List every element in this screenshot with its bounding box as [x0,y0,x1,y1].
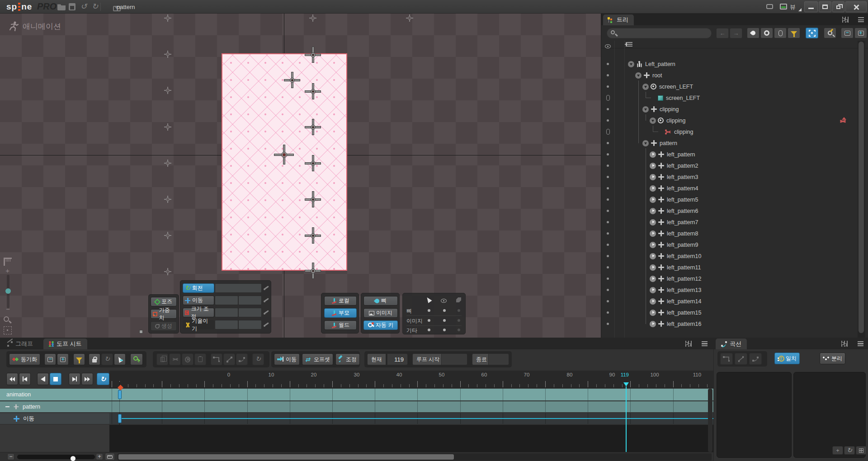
tree-attachments-button[interactable] [774,28,787,38]
bone-visible-dot[interactable] [443,309,446,312]
bezier-curve-button[interactable] [236,353,248,365]
refresh-button[interactable] [101,353,113,365]
tree-row[interactable]: left_pattern2 [601,160,857,171]
curves-settings-icon[interactable] [841,341,848,347]
playhead-line[interactable] [626,386,627,452]
tree-row[interactable]: left_pattern11 [601,262,857,273]
tree-row[interactable]: left_pattern6 [601,205,857,216]
pose-button[interactable]: 포즈 [151,297,177,306]
auto-key-button[interactable]: 자동 키 [363,320,398,330]
expand-arrow-icon[interactable] [650,298,656,305]
track-animation[interactable]: animation [0,389,713,400]
delete-keys-button[interactable] [182,353,193,365]
view-menu[interactable]: 뷰 [790,3,796,11]
tree-row[interactable]: screen_LEFT [601,81,857,92]
tree-settings-icon[interactable] [842,17,849,23]
filter-tracks-button[interactable] [73,353,85,365]
tree-row[interactable]: left_pattern8 [601,228,857,239]
select-keys-button[interactable] [114,353,126,365]
curves-linear-button[interactable] [735,353,747,365]
paste-keys-button[interactable] [194,353,206,365]
tree-row[interactable]: clipping [601,115,857,126]
tree-row-gutter[interactable] [601,63,614,65]
tree-row-gutter[interactable] [601,311,614,314]
expand-arrow-icon[interactable] [650,287,656,293]
tree-expand-button[interactable] [854,28,867,38]
expand-arrow-icon[interactable] [650,242,656,248]
open-project-icon[interactable] [57,3,66,10]
tree-row-gutter[interactable] [601,210,614,212]
other-label-dot[interactable] [458,329,460,331]
expand-arrow-icon[interactable] [650,219,656,226]
tree-focus-selected-button[interactable] [806,28,818,38]
redo-icon[interactable] [92,3,100,10]
tree-row-gutter[interactable] [601,153,614,155]
scale-y-field[interactable] [238,308,262,317]
editor-viewport[interactable]: 애니메이션 [0,14,601,338]
scale-bone-link-icon[interactable] [264,310,269,315]
frame-ruler-toggle[interactable] [105,453,115,461]
bone-marker[interactable] [164,87,171,94]
magnifier-icon[interactable] [4,316,9,322]
tree-row[interactable]: left_pattern15 [601,307,857,318]
save-project-icon[interactable] [69,3,75,10]
translate-x-field[interactable] [215,296,238,305]
expand-arrow-icon[interactable] [650,310,656,316]
expand-arrow-icon[interactable] [650,321,656,327]
cycle-keys-button[interactable] [252,353,264,365]
tree-row-gutter[interactable] [601,142,614,144]
current-frame-field[interactable]: 119 [387,353,408,365]
bone-marker[interactable] [406,14,413,22]
expand-arrow-icon[interactable] [628,61,634,67]
expand-arrow-icon[interactable] [642,140,649,146]
tab-tree[interactable]: 트리 [603,14,634,25]
curves-add-button[interactable]: + [832,446,843,455]
tree-collapse-button[interactable] [841,28,854,38]
panel-resize-grip[interactable] [139,330,143,334]
tree-row-gutter[interactable] [601,266,614,268]
timeline-horizontal-scrollbar[interactable] [118,453,712,461]
pages-icon[interactable] [766,4,773,9]
bone-marker[interactable] [164,123,171,131]
local-axes-button[interactable]: 로컬 [324,296,357,306]
tree-row[interactable]: screen_LEFT [601,92,857,103]
tree-row-gutter[interactable] [601,176,614,178]
curves-menu-icon[interactable] [858,341,863,346]
expand-arrow-icon[interactable] [650,163,656,169]
sync-button[interactable]: 동기화 [9,353,40,365]
tree-row-gutter[interactable] [601,323,614,325]
expand-tracks-button[interactable] [57,353,69,365]
track-pattern[interactable]: pattern [0,401,713,412]
tree-row-gutter[interactable] [601,232,614,235]
other-visible-dot[interactable] [443,329,446,331]
bone-marker[interactable] [305,83,321,99]
bone-marker[interactable] [274,145,294,165]
end-frame-field[interactable] [488,353,509,365]
tree-row-gutter[interactable] [601,221,614,223]
image-visible-dot[interactable] [443,319,446,322]
tree-row[interactable]: pattern [601,137,857,149]
zoom-out-icon[interactable] [6,305,10,313]
tree-row-gutter[interactable] [601,187,614,189]
undo-icon[interactable] [80,3,89,10]
dopesheet-menu-icon[interactable] [702,341,708,346]
timeline-zoom-in-button[interactable]: + [96,453,103,460]
expand-arrow-icon[interactable] [650,118,656,124]
bone-marker[interactable] [305,227,321,244]
tree-row-gutter[interactable] [601,300,614,302]
bone-marker[interactable] [305,263,321,279]
shear-bone-link-icon[interactable] [264,322,269,327]
translate-bone-link-icon[interactable] [264,297,269,303]
tree-row[interactable]: left_pattern16 [601,318,857,329]
curves-separate-button[interactable]: 분리 [820,353,845,364]
restore-button[interactable] [832,1,844,12]
image-label-dot[interactable] [458,319,460,322]
dopesheet-settings-icon[interactable] [685,341,692,347]
expand-arrow-icon[interactable] [650,208,656,214]
search-next-button[interactable]: → [730,28,742,38]
shear-y-field[interactable] [238,320,262,329]
bone-marker[interactable] [164,51,171,58]
tree-row-gutter[interactable] [601,198,614,201]
tree-row-gutter[interactable] [601,95,614,101]
tree-draw-order-button[interactable] [747,28,760,38]
